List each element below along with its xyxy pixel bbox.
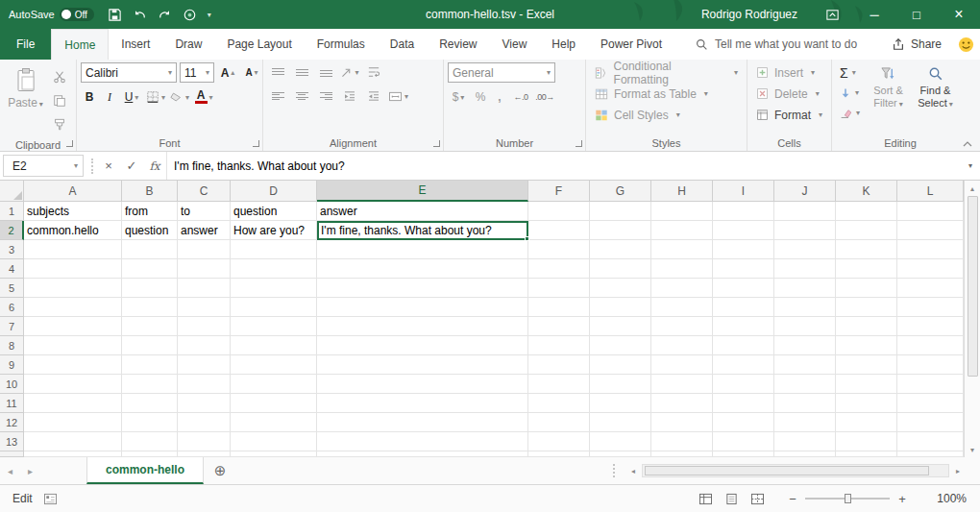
cell-J2[interactable] xyxy=(774,221,836,240)
cell-F12[interactable] xyxy=(528,413,590,432)
cell-A6[interactable] xyxy=(24,298,122,317)
find-select-button[interactable]: Find & Select▾ xyxy=(913,62,958,110)
cell-B7[interactable] xyxy=(122,317,178,336)
cell-partial[interactable] xyxy=(713,451,774,457)
cell-L6[interactable] xyxy=(897,298,964,317)
cell-E2[interactable]: I'm fine, thanks. What about you? xyxy=(317,221,528,240)
cell-F8[interactable] xyxy=(528,336,590,355)
cell-E4[interactable] xyxy=(317,259,528,279)
sheet-nav-right-icon[interactable]: ▸ xyxy=(20,457,40,484)
autosave-toggle[interactable]: AutoSave Off xyxy=(0,8,103,21)
cell-partial[interactable] xyxy=(590,451,651,457)
cell-I4[interactable] xyxy=(713,259,774,279)
cell-F2[interactable] xyxy=(528,221,590,240)
cell-L4[interactable] xyxy=(897,259,964,279)
decrease-font-button[interactable]: A▾ xyxy=(241,63,262,83)
cell-partial[interactable] xyxy=(897,451,964,457)
cell-D1[interactable]: question xyxy=(231,202,317,221)
cell-B4[interactable] xyxy=(122,259,178,279)
cell-H13[interactable] xyxy=(651,432,713,451)
enter-button[interactable]: ✓ xyxy=(120,158,143,173)
cell-H10[interactable] xyxy=(651,375,713,394)
cell-H12[interactable] xyxy=(651,413,713,432)
cell-A3[interactable] xyxy=(24,240,122,259)
hscroll-right-icon[interactable]: ▸ xyxy=(949,457,967,484)
minimize-button[interactable]: ─ xyxy=(853,0,895,29)
align-bottom-button[interactable] xyxy=(315,62,336,82)
column-header-J[interactable]: J xyxy=(774,181,836,202)
cell-K6[interactable] xyxy=(836,298,897,317)
cell-K5[interactable] xyxy=(836,279,897,298)
cell-C12[interactable] xyxy=(178,413,231,432)
column-header-C[interactable]: C xyxy=(178,181,231,202)
cell-partial[interactable] xyxy=(774,451,836,457)
cell-G9[interactable] xyxy=(590,355,651,375)
feedback-button[interactable] xyxy=(951,29,980,60)
cell-G6[interactable] xyxy=(590,298,651,317)
cell-J5[interactable] xyxy=(774,279,836,298)
formula-bar-expand-icon[interactable]: ▾ xyxy=(961,161,980,170)
row-header-6[interactable]: 6 xyxy=(0,298,24,317)
horizontal-scrollbar[interactable] xyxy=(642,464,949,477)
column-header-I[interactable]: I xyxy=(713,181,774,202)
row-header-4[interactable]: 4 xyxy=(0,259,24,279)
cell-F6[interactable] xyxy=(528,298,590,317)
cell-C11[interactable] xyxy=(178,394,231,413)
ribbon-display-options-button[interactable] xyxy=(811,0,853,29)
cell-A2[interactable]: common.hello xyxy=(24,221,122,240)
cell-J1[interactable] xyxy=(774,202,836,221)
cell-C3[interactable] xyxy=(178,240,231,259)
customize-qat-dropdown-icon[interactable]: ▾ xyxy=(203,11,216,19)
zoom-in-button[interactable]: + xyxy=(894,492,911,506)
decrease-indent-button[interactable] xyxy=(339,86,360,106)
cell-L7[interactable] xyxy=(897,317,964,336)
tab-file[interactable]: File xyxy=(0,29,51,60)
cell-I11[interactable] xyxy=(713,394,774,413)
cell-K10[interactable] xyxy=(836,375,897,394)
tab-data[interactable]: Data xyxy=(378,29,427,60)
delete-cells-button[interactable]: Delete ▾ xyxy=(751,84,827,104)
alignment-dialog-launcher-icon[interactable] xyxy=(433,140,440,147)
cell-B3[interactable] xyxy=(122,240,178,259)
page-layout-view-button[interactable] xyxy=(720,488,743,509)
cell-E12[interactable] xyxy=(317,413,528,432)
row-header-10[interactable]: 10 xyxy=(0,375,24,394)
cell-L8[interactable] xyxy=(897,336,964,355)
zoom-slider-thumb[interactable] xyxy=(845,494,851,503)
cell-H2[interactable] xyxy=(651,221,713,240)
cell-J11[interactable] xyxy=(774,394,836,413)
cell-I9[interactable] xyxy=(713,355,774,375)
vertical-scrollbar[interactable]: ▴ ▾ xyxy=(964,181,980,457)
cell-H6[interactable] xyxy=(651,298,713,317)
copy-button[interactable] xyxy=(49,91,70,110)
cell-L13[interactable] xyxy=(897,432,964,451)
column-header-G[interactable]: G xyxy=(590,181,651,202)
cell-I2[interactable] xyxy=(713,221,774,240)
row-header-8[interactable]: 8 xyxy=(0,336,24,355)
cell-I8[interactable] xyxy=(713,336,774,355)
cell-C5[interactable] xyxy=(178,279,231,298)
cell-partial[interactable] xyxy=(122,451,178,457)
cell-B1[interactable]: from xyxy=(122,202,178,221)
cell-F9[interactable] xyxy=(528,355,590,375)
row-header-13[interactable]: 13 xyxy=(0,432,24,451)
share-button[interactable]: Share xyxy=(882,29,951,60)
cell-G8[interactable] xyxy=(590,336,651,355)
cell-D10[interactable] xyxy=(231,375,317,394)
row-header-9[interactable]: 9 xyxy=(0,355,24,375)
cell-C13[interactable] xyxy=(178,432,231,451)
cell-L3[interactable] xyxy=(897,240,964,259)
cell-J9[interactable] xyxy=(774,355,836,375)
increase-indent-button[interactable] xyxy=(363,86,384,106)
new-sheet-button[interactable]: ⊕ xyxy=(204,457,236,484)
undo-button[interactable] xyxy=(128,0,153,29)
cell-E5[interactable] xyxy=(317,279,528,298)
cell-D4[interactable] xyxy=(231,259,317,279)
cell-J10[interactable] xyxy=(774,375,836,394)
cell-B9[interactable] xyxy=(122,355,178,375)
tab-draw[interactable]: Draw xyxy=(162,29,214,60)
insert-function-button[interactable]: fx xyxy=(143,159,166,173)
cell-E10[interactable] xyxy=(317,375,528,394)
cell-K8[interactable] xyxy=(836,336,897,355)
cell-L9[interactable] xyxy=(897,355,964,375)
